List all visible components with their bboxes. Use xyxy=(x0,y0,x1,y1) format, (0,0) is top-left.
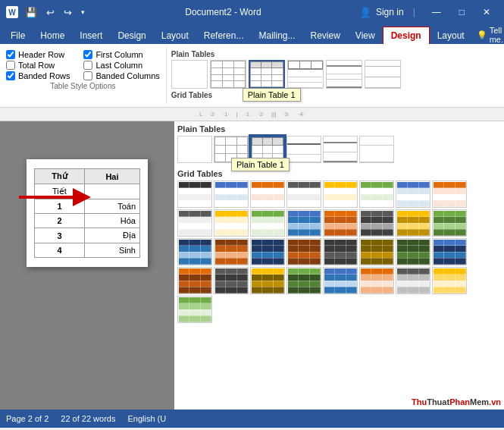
main-plain-3[interactable] xyxy=(286,136,321,163)
tab-design-contextual[interactable]: Design xyxy=(383,27,430,44)
grid-table-29[interactable] xyxy=(323,267,358,294)
total-row-option[interactable]: Total Row xyxy=(6,61,82,70)
plain-table-2[interactable] xyxy=(249,60,285,89)
title-bar-right: 👤 Sign in | — □ ✕ xyxy=(359,4,498,20)
main-plain-4[interactable] xyxy=(323,136,358,163)
header-row-checkbox[interactable] xyxy=(6,50,15,59)
grid-tables-main-label: Grid Tables xyxy=(177,169,501,178)
language-indicator: English (U xyxy=(127,414,166,423)
tab-insert[interactable]: Insert xyxy=(72,27,110,44)
grid-table-14[interactable] xyxy=(359,209,394,237)
tab-review[interactable]: Review xyxy=(303,27,348,44)
grid-table-28[interactable] xyxy=(286,267,321,294)
tab-file[interactable]: File xyxy=(3,27,33,44)
grid-table-8[interactable] xyxy=(432,180,467,208)
grid-table-26[interactable] xyxy=(214,267,249,294)
grid-table-17[interactable] xyxy=(177,238,212,265)
minimize-button[interactable]: — xyxy=(424,4,449,20)
main-plain-table-1-tooltip: Plain Table 1 xyxy=(231,158,290,171)
plain-table-1[interactable] xyxy=(210,60,246,89)
signin-area: 👤 Sign in xyxy=(359,7,404,18)
grid-table-11[interactable] xyxy=(250,209,285,237)
grid-table-2[interactable] xyxy=(214,180,249,208)
grid-table-7[interactable] xyxy=(396,180,430,208)
banded-columns-option[interactable]: Banded Columns xyxy=(83,71,159,80)
grid-table-6[interactable] xyxy=(359,180,394,208)
tab-design-main[interactable]: Design xyxy=(110,27,153,44)
cell-num-2: 2 xyxy=(35,214,85,228)
first-column-checkbox[interactable] xyxy=(83,50,92,59)
table-style-options-group: Header Row First Column Total Row Last C… xyxy=(0,47,167,104)
status-bar: Page 2 of 2 22 of 22 words English (U xyxy=(0,410,504,428)
grid-table-25[interactable] xyxy=(177,267,212,294)
grid-tables-main-container xyxy=(177,180,501,323)
grid-table-30[interactable] xyxy=(359,267,394,294)
grid-tables-label: Grid Tables xyxy=(171,91,499,99)
grid-table-19[interactable] xyxy=(250,238,285,265)
tab-layout-main[interactable]: Layout xyxy=(154,27,196,44)
close-button[interactable]: ✕ xyxy=(475,4,498,20)
grid-table-9[interactable] xyxy=(177,209,212,237)
plain-table-3[interactable] xyxy=(287,60,324,89)
table-styles-gallery-ribbon: Plain Tables Plain Table 1 Grid xyxy=(167,47,504,104)
grid-table-13[interactable] xyxy=(323,209,358,237)
grid-table-20[interactable] xyxy=(286,238,321,265)
banded-rows-checkbox[interactable] xyxy=(6,71,15,80)
last-column-checkbox[interactable] xyxy=(83,61,92,70)
grid-table-32[interactable] xyxy=(432,267,467,294)
banded-columns-checkbox[interactable] xyxy=(83,71,92,80)
options-grid: Header Row First Column Total Row Last C… xyxy=(6,50,160,80)
total-row-label: Total Row xyxy=(18,61,55,70)
ruler: L ·2· ·1· | ·1· ·2· ||| ·3· ·4· xyxy=(0,108,504,121)
total-row-checkbox[interactable] xyxy=(6,61,15,70)
grid-table-33[interactable] xyxy=(177,296,212,323)
grid-table-22[interactable] xyxy=(359,238,394,265)
tab-mailings[interactable]: Mailing... xyxy=(251,27,302,44)
table-style-options-label: Table Style Options xyxy=(6,82,160,90)
tell-me-area[interactable]: 💡 Tell me... xyxy=(472,26,504,44)
watermark: ThuThuatPhanMem.vn xyxy=(412,397,501,406)
first-column-option[interactable]: First Column xyxy=(83,50,159,59)
last-column-option[interactable]: Last Column xyxy=(83,61,159,70)
banded-rows-option[interactable]: Banded Rows xyxy=(6,71,82,80)
redo-icon[interactable]: ↪ xyxy=(61,5,74,20)
grid-table-18[interactable] xyxy=(214,238,249,265)
grid-table-5[interactable] xyxy=(323,180,358,208)
grid-table-27[interactable] xyxy=(250,267,285,294)
grid-table-3[interactable] xyxy=(250,180,285,208)
grid-table-1[interactable] xyxy=(177,180,212,208)
grid-table-12[interactable] xyxy=(286,209,321,237)
plain-table-4[interactable] xyxy=(326,60,362,89)
main-plain-none[interactable] xyxy=(177,136,212,163)
grid-table-15[interactable] xyxy=(396,209,430,237)
tab-home[interactable]: Home xyxy=(33,27,72,44)
tab-references[interactable]: Referen... xyxy=(196,27,252,44)
grid-table-31[interactable] xyxy=(396,267,430,294)
tab-view[interactable]: View xyxy=(348,27,383,44)
main-plain-5[interactable] xyxy=(359,136,394,163)
grid-table-23[interactable] xyxy=(396,238,430,265)
plain-table-none[interactable] xyxy=(171,60,208,89)
grid-table-24[interactable] xyxy=(432,238,467,265)
ribbon-content: Header Row First Column Total Row Last C… xyxy=(0,44,504,108)
maximize-button[interactable]: □ xyxy=(452,4,472,20)
page-indicator: Page 2 of 2 xyxy=(6,414,49,423)
grid-table-4[interactable] xyxy=(286,180,321,208)
lightbulb-icon: 💡 xyxy=(477,30,487,40)
grid-table-10[interactable] xyxy=(214,209,249,237)
signin-label[interactable]: Sign in xyxy=(376,7,404,17)
plain-table-5[interactable] xyxy=(365,60,401,89)
word-icon: W xyxy=(6,6,18,18)
table-row-4: 4 Sinh xyxy=(35,243,140,258)
customize-icon[interactable]: ▾ xyxy=(79,7,87,17)
undo-icon[interactable]: ↩ xyxy=(44,5,57,20)
grid-table-21[interactable] xyxy=(323,238,358,265)
person-icon: 👤 xyxy=(359,7,371,18)
grid-table-16[interactable] xyxy=(432,209,467,237)
header-row-option[interactable]: Header Row xyxy=(6,50,82,59)
plain-tables-label: Plain Tables xyxy=(171,50,499,58)
tab-layout-contextual[interactable]: Layout xyxy=(430,27,472,44)
save-icon[interactable]: 💾 xyxy=(23,5,39,20)
cell-hoa: Hóa xyxy=(84,214,139,228)
cell-sinh: Sinh xyxy=(84,243,139,258)
